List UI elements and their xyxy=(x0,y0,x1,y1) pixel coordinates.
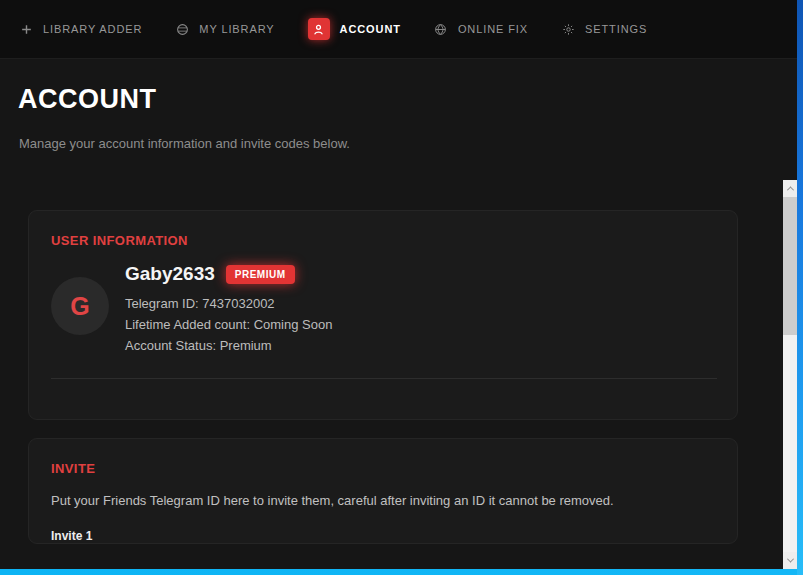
app-window: LIBRARY ADDER MY LIBRARY ACCOUNT xyxy=(0,0,797,569)
nav-label: SETTINGS xyxy=(585,23,647,35)
plus-icon xyxy=(19,22,33,36)
vertical-scrollbar[interactable] xyxy=(783,180,797,569)
user-information-card: USER INFORMATION G Gaby2633 PREMIUM Tele… xyxy=(28,210,738,420)
person-icon xyxy=(308,18,330,40)
divider xyxy=(51,378,717,379)
globe-icon xyxy=(434,22,448,36)
nav-label: LIBRARY ADDER xyxy=(43,23,142,35)
telegram-id-text: Telegram ID: 7437032002 xyxy=(125,293,332,314)
invite-card-header: INVITE xyxy=(51,461,95,476)
premium-badge: PREMIUM xyxy=(226,265,295,284)
desktop-edge-right xyxy=(797,0,803,575)
avatar: G xyxy=(51,277,109,335)
nav-item-online-fix[interactable]: ONLINE FIX xyxy=(434,22,528,36)
nav-item-settings[interactable]: SETTINGS xyxy=(561,22,647,36)
chevron-up-icon xyxy=(786,186,793,193)
nav-item-library-adder[interactable]: LIBRARY ADDER xyxy=(19,22,142,36)
scrollbar-thumb[interactable] xyxy=(783,197,797,335)
invite-card: INVITE Put your Friends Telegram ID here… xyxy=(28,438,738,544)
username: Gaby2633 xyxy=(125,263,215,285)
page-subtitle: Manage your account information and invi… xyxy=(19,136,350,151)
page-title: ACCOUNT xyxy=(18,84,157,115)
desktop-edge-bottom xyxy=(0,569,797,575)
nav-label: ONLINE FIX xyxy=(458,23,528,35)
invite-1-label: Invite 1 xyxy=(51,529,92,543)
user-card-header: USER INFORMATION xyxy=(51,233,188,248)
nav-label: ACCOUNT xyxy=(340,23,401,35)
nav-item-account[interactable]: ACCOUNT xyxy=(308,18,401,40)
scrollbar-up-button[interactable] xyxy=(783,180,797,197)
lifetime-count-text: Lifetime Added count: Coming Soon xyxy=(125,314,332,335)
library-disc-icon xyxy=(175,22,189,36)
gear-icon xyxy=(561,22,575,36)
invite-description: Put your Friends Telegram ID here to inv… xyxy=(51,493,614,508)
nav-label: MY LIBRARY xyxy=(199,23,274,35)
nav-item-my-library[interactable]: MY LIBRARY xyxy=(175,22,274,36)
chevron-down-icon xyxy=(786,556,793,563)
top-navigation-bar: LIBRARY ADDER MY LIBRARY ACCOUNT xyxy=(0,0,797,59)
account-status-text: Account Status: Premium xyxy=(125,335,332,356)
scrollbar-down-button[interactable] xyxy=(783,552,797,569)
user-info-lines: Telegram ID: 7437032002 Lifetime Added c… xyxy=(125,293,332,356)
